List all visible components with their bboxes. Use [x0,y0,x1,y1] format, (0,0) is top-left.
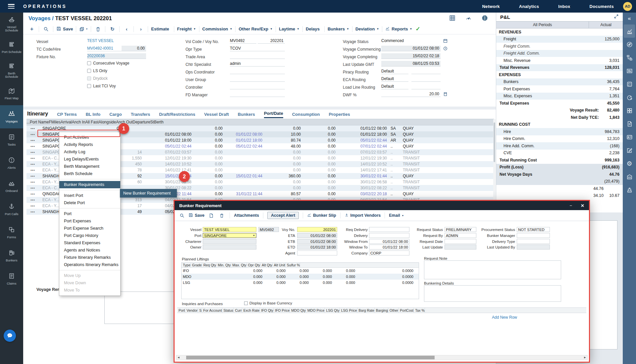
context-menu-item[interactable]: Insert Port [59,192,120,199]
cell-sulfur[interactable]: 0.0000 [382,275,419,279]
context-menu-item[interactable] [59,190,120,190]
nav-link[interactable]: Inbox [558,4,570,9]
planned-lifting-row[interactable]: IFO 0.000 0.000 0.000 0.000 0.000 0.0000 [182,268,419,274]
context-menu-item[interactable]: Standard Expenses [59,239,120,247]
chat-button[interactable] [4,330,16,342]
hamburger-menu-icon[interactable] [8,4,15,9]
copy-icon[interactable]: ▼ [79,25,88,33]
itinerary-tab[interactable]: BL Info [86,112,101,118]
context-menu-item[interactable]: Port Expenses [59,217,120,225]
cell-sulfur[interactable]: 0.0000 [382,281,419,285]
cell-departure[interactable]: 05/01/22 02:44 [341,138,390,143]
bunker-slip-button[interactable]: Bunker Slip [307,213,336,218]
column-header[interactable]: Status [222,308,234,313]
column-header[interactable]: All Fast [85,120,98,124]
column-header[interactable]: Type [182,263,191,267]
cell-max-qty[interactable]: 0.000 [290,281,313,285]
cell-opr-qty[interactable]: 0.000 [313,269,337,273]
column-header[interactable]: ... [26,120,30,124]
attachments-button[interactable]: Attachments [234,213,259,218]
context-menu-item[interactable] [59,208,120,208]
context-menu-item[interactable]: Port Expense Search [59,225,120,232]
avatar[interactable]: AD [623,2,632,11]
cell-all-fast[interactable]: 01/01/22 18:00 [227,138,266,143]
eca-routing-extra-field[interactable] [411,76,441,82]
context-menu-item[interactable]: Operations Itinerary Remarks [59,261,120,268]
voyage-completing-field[interactable]: 15/02/22 02:18 [381,53,441,59]
column-header[interactable]: LSG Qty [325,308,340,313]
column-header[interactable]: LSG Price [340,308,357,313]
news-icon[interactable] [624,64,635,77]
m-window-from-field[interactable]: 01/01/22 08:00 [369,239,409,244]
sidebar-item-port-calls[interactable]: Port Calls [0,198,23,221]
search-icon[interactable] [42,25,50,33]
controller-field[interactable] [230,84,285,89]
add-new-row-link[interactable]: Add New Row [492,315,517,320]
breadcrumb-section[interactable]: Voyages / [28,15,54,21]
cell-departure[interactable]: 30/01/22 01:44 [341,174,390,178]
row-actions-icon[interactable] [26,186,39,190]
column-header[interactable]: MDO Price [306,308,325,313]
voyage-checkbox[interactable]: Consecutive Voyage [87,61,129,66]
itinerary-tab[interactable]: Draft/Restrictions [159,112,195,118]
user-group-field[interactable] [230,76,285,82]
column-header[interactable]: Grade [191,263,202,267]
toolbar-button[interactable]: Freight▼ [177,26,196,31]
context-menu-item[interactable]: Bunker Requirements [59,181,120,188]
modal-save-button[interactable]: Save [188,213,204,218]
email-button[interactable]: Email ▼ [389,213,404,218]
toolbar-button[interactable]: Commission▼ [202,26,233,31]
context-menu-item[interactable]: Fixture Itinerary Remarks [59,254,120,261]
sidebar-item-port-schedule[interactable]: Port Schedule [0,36,23,59]
context-menu-item[interactable]: Leg Delays/Events [59,156,120,163]
column-header[interactable]: St [150,120,154,124]
pnl-value-header[interactable]: Actual [589,22,623,28]
document-icon[interactable] [624,117,635,130]
cell-alt-qty[interactable]: 0.000 [337,275,358,279]
column-header[interactable]: Curr [234,308,242,313]
row-actions-icon[interactable] [26,180,39,184]
toolbar-button[interactable]: Estimate [151,26,171,31]
cell-departure[interactable]: 07/01/22 03:57 [341,150,390,155]
minimize-icon[interactable]: − [570,203,572,208]
vsl-code-field[interactable]: MV0492 [230,38,256,44]
opr-type-field[interactable]: TCOV [230,46,285,51]
bank-icon[interactable] [624,170,635,183]
toolbar-button[interactable]: Deviation▼ [355,26,379,31]
itinerary-tab[interactable]: Port/Date [264,111,283,118]
cell-req-qty[interactable]: 0.000 [243,275,267,279]
row-actions-icon[interactable] [26,138,39,143]
context-menu-item[interactable]: Move To [59,287,120,294]
cell-departure[interactable]: 07/01/22 02:44 [341,144,390,149]
pnl-chart-icon[interactable] [624,24,635,38]
m-delivery-type-field[interactable] [517,239,550,244]
column-header[interactable]: Alt Unit [273,263,286,267]
accept-alert-button[interactable]: Accept Alert [267,212,299,219]
cell-arrival[interactable]: 12/01/22 19:30 [144,156,195,160]
itinerary-tab[interactable]: Consumption [292,112,320,118]
column-header[interactable]: Alt Qty [260,263,273,267]
save-button[interactable]: Save [56,26,73,32]
new-doc-icon[interactable] [207,211,215,219]
column-header[interactable]: Vendor [185,308,198,313]
search-icon[interactable] [178,211,186,219]
import-vendors-button[interactable]: Import Vendors [344,213,381,218]
dwf-field[interactable]: 20.00 [381,91,441,97]
chtr-specialist-field[interactable]: admin [230,61,285,67]
cell-departure[interactable]: 03/02/22 20:18 [341,192,390,196]
scrollbar-thumb[interactable] [186,356,435,359]
globe-icon[interactable] [482,15,488,22]
expand-icon[interactable] [614,14,619,20]
tc-hire-field[interactable]: 0.00 [122,46,146,51]
load-line-routing-extra-field[interactable] [411,84,441,89]
cell-min-qty[interactable]: 0.000 [267,275,290,279]
column-header[interactable]: Miles [51,120,61,124]
cell-departure[interactable]: 14/01/22 10:52 [341,162,390,166]
context-menu-item[interactable] [59,270,120,270]
context-menu-item[interactable]: Berth Schedule [59,170,120,177]
cell-all-fast[interactable]: 01/01/22 08:00 [227,132,266,137]
cell-min-qty[interactable]: 0.000 [267,269,290,273]
sidebar-item-claims[interactable]: Claims [0,267,23,291]
column-header[interactable]: Alongside [98,120,116,124]
row-actions-icon[interactable] [26,162,39,166]
